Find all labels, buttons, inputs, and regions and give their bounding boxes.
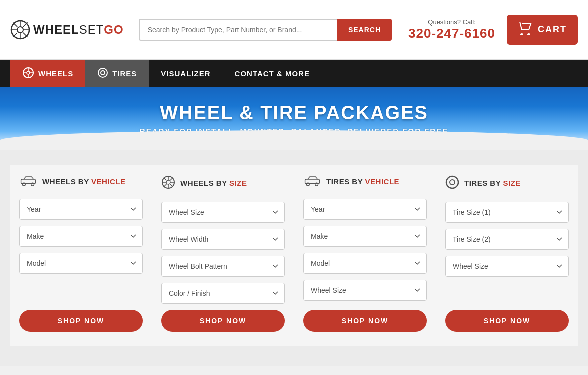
tbs-size1-dropdown[interactable]: Tire Size (1) xyxy=(445,202,569,223)
wheels-by-vehicle-section: WHEELS BY VEHICLE Year Make Model SHOP N… xyxy=(10,166,152,346)
search-button[interactable]: SEARCH xyxy=(337,19,392,41)
wbs-bolt-dropdown[interactable]: Wheel Bolt Pattern xyxy=(161,256,285,277)
tbv-shop-now-button[interactable]: SHOP NOW xyxy=(303,310,427,332)
svg-line-31 xyxy=(170,178,173,181)
header: WHEELSETGO SEARCH Questions? Call: 320-2… xyxy=(0,0,588,60)
svg-point-10 xyxy=(520,34,523,35)
tbv-highlight: VEHICLE xyxy=(365,178,400,186)
svg-point-1 xyxy=(17,27,23,33)
wbs-color-dropdown[interactable]: Color / Finish xyxy=(161,283,285,304)
logo-text: WHEELSETGO xyxy=(33,23,124,37)
tbs-section-title: TIRES BY SIZE xyxy=(445,176,569,191)
wbv-section-title: WHEELS BY VEHICLE xyxy=(19,176,143,188)
wbs-width-dropdown[interactable]: Wheel Width xyxy=(161,229,285,250)
wheels-by-size-section: WHEELS BY SIZE Wheel Size Wheel Width Wh… xyxy=(152,166,294,346)
main-content: WHEELS BY VEHICLE Year Make Model SHOP N… xyxy=(0,150,588,366)
svg-line-29 xyxy=(164,178,167,181)
hero-subtitle: READY FOR INSTALL. MOUNTED, BALANCED, DE… xyxy=(10,127,578,136)
logo-wheel-icon xyxy=(10,20,30,40)
tires-by-size-section: TIRES BY SIZE Tire Size (1) Tire Size (2… xyxy=(436,166,578,346)
tires-by-vehicle-section: TIRES BY VEHICLE Year Make Model Wheel S… xyxy=(294,166,436,346)
tbv-car-icon xyxy=(303,176,321,188)
wbv-shop-now-button[interactable]: SHOP NOW xyxy=(19,310,143,332)
wbs-section-title: WHEELS BY SIZE xyxy=(161,176,285,191)
nav-wheels-label: WHEELS xyxy=(38,70,73,78)
svg-line-32 xyxy=(164,184,167,188)
wbv-year-dropdown[interactable]: Year xyxy=(19,199,143,220)
nav-item-contact[interactable]: CONTACT & MORE xyxy=(223,60,322,88)
cart-icon xyxy=(518,22,533,38)
wbv-make-dropdown[interactable]: Make xyxy=(19,226,143,247)
tbs-shop-now-button[interactable]: SHOP NOW xyxy=(445,310,569,332)
wbv-car-icon xyxy=(19,176,37,188)
contact-questions-label: Questions? Call: xyxy=(407,18,497,26)
tbv-section-title: TIRES BY VEHICLE xyxy=(303,176,427,188)
tbv-year-dropdown[interactable]: Year xyxy=(303,199,427,220)
tbs-highlight: SIZE xyxy=(503,179,521,188)
tbv-model-dropdown[interactable]: Model xyxy=(303,253,427,274)
tbv-size-dropdown[interactable]: Wheel Size xyxy=(303,280,427,301)
wbv-model-dropdown[interactable]: Model xyxy=(19,253,143,274)
nav-item-tires[interactable]: TIRES xyxy=(85,60,149,88)
tbs-tire-icon xyxy=(445,176,459,191)
tires-nav-icon xyxy=(97,68,108,80)
wbv-highlight: VEHICLE xyxy=(91,178,126,186)
svg-point-13 xyxy=(27,72,30,74)
nav-item-wheels[interactable]: WHEELS xyxy=(10,60,85,88)
nav-item-visualizer[interactable]: VISUALIZER xyxy=(149,60,222,88)
wbs-highlight: SIZE xyxy=(229,179,247,188)
wbs-size-dropdown[interactable]: Wheel Size xyxy=(161,202,285,223)
tbv-make-dropdown[interactable]: Make xyxy=(303,226,427,247)
logo[interactable]: WHEELSETGO xyxy=(10,20,124,40)
hero-title: WHEEL & TIRE PACKAGES xyxy=(10,102,578,124)
svg-point-19 xyxy=(101,71,105,75)
svg-point-36 xyxy=(446,176,458,188)
tbs-size2-dropdown[interactable]: Tire Size (2) xyxy=(445,229,569,250)
search-input[interactable] xyxy=(139,19,337,41)
hero-banner: WHEEL & TIRE PACKAGES READY FOR INSTALL.… xyxy=(0,88,588,150)
wbs-shop-now-button[interactable]: SHOP NOW xyxy=(161,310,285,332)
cart-label: CART xyxy=(538,24,567,35)
svg-line-30 xyxy=(170,184,173,188)
tbs-wsize-dropdown[interactable]: Wheel Size xyxy=(445,256,569,277)
cart-button[interactable]: CART xyxy=(507,15,578,45)
nav-tires-label: TIRES xyxy=(112,70,137,78)
contact-area: Questions? Call: 320-247-6160 xyxy=(407,18,497,42)
svg-point-37 xyxy=(450,180,455,185)
wbs-wheel-icon xyxy=(161,176,175,191)
svg-point-24 xyxy=(166,180,170,184)
main-nav: WHEELS TIRES VISUALIZER CONTACT & MORE xyxy=(0,60,588,88)
svg-point-18 xyxy=(98,68,107,78)
search-area: SEARCH xyxy=(139,19,392,41)
nav-contact-label: CONTACT & MORE xyxy=(235,70,310,78)
wheels-nav-icon xyxy=(22,67,34,80)
nav-visualizer-label: VISUALIZER xyxy=(161,70,210,78)
svg-point-11 xyxy=(527,34,530,35)
contact-phone[interactable]: 320-247-6160 xyxy=(407,26,497,42)
